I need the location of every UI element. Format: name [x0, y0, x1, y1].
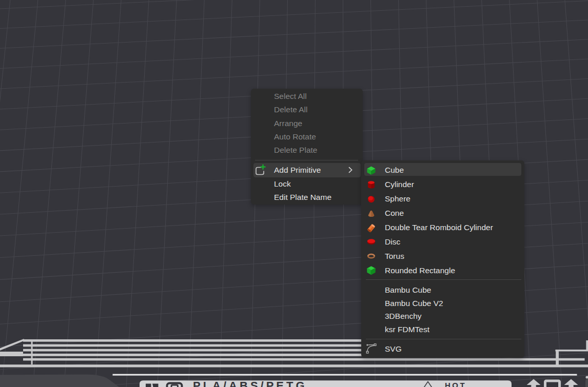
svg-text:PLA/ABS/PETG: PLA/ABS/PETG: [193, 379, 307, 387]
svg-text:HOT: HOT: [445, 381, 466, 387]
